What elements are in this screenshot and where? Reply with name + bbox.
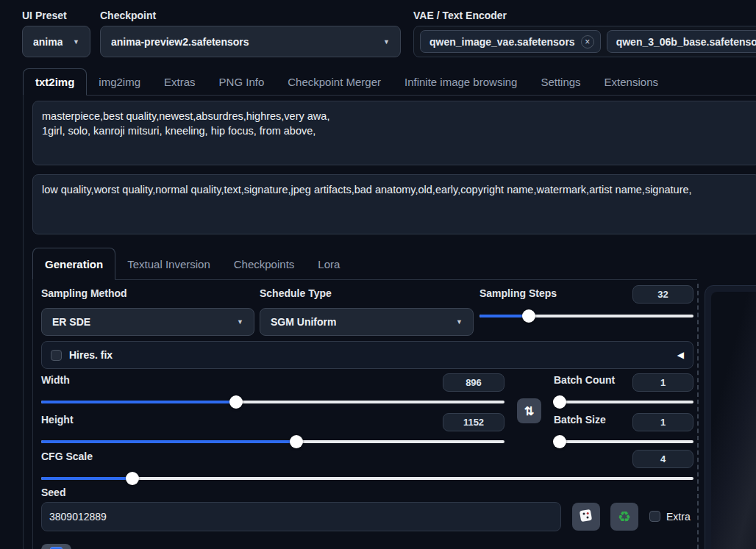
batch-count-input[interactable]: 1: [632, 373, 693, 392]
hires-fix-label: Hires. fix: [69, 349, 113, 361]
swap-dimensions-button[interactable]: ⇅: [517, 398, 541, 423]
sampling-steps-slider[interactable]: [479, 309, 693, 323]
negative-prompt-input[interactable]: low quality,worst quality,normal quality…: [32, 174, 756, 234]
tab-checkpoint-merger[interactable]: Checkpoint Merger: [276, 68, 393, 96]
seed-value: 3809012889: [49, 511, 107, 523]
tab-extras[interactable]: Extras: [152, 68, 207, 96]
schedule-type-value: SGM Uniform: [271, 316, 336, 328]
chevron-down-icon: ▼: [376, 38, 390, 46]
slider-fill: [41, 477, 132, 480]
sampling-steps-label: Sampling Steps: [479, 287, 557, 299]
height-label: Height: [41, 414, 74, 426]
prompt-input[interactable]: masterpiece,best quality,newest,absurdre…: [32, 101, 756, 165]
chevron-down-icon: ▼: [229, 318, 243, 326]
batch-size-input[interactable]: 1: [632, 413, 693, 431]
slider-handle[interactable]: [522, 309, 535, 323]
cfg-scale-label: CFG Scale: [41, 451, 93, 462]
tab-txt2img[interactable]: txt2img: [23, 68, 87, 96]
reuse-seed-button[interactable]: ♻: [610, 503, 638, 531]
batch-size-slider[interactable]: [554, 434, 693, 449]
tab-extensions[interactable]: Extensions: [593, 68, 670, 96]
vae-tag-label: qwen_image_vae.safetensors: [429, 36, 575, 48]
sampling-method-dropdown[interactable]: ER SDE ▼: [41, 308, 254, 336]
recycle-icon: ♻: [618, 509, 631, 524]
vae-label: VAE / Text Encoder: [413, 10, 507, 21]
chevron-down-icon: ▼: [65, 38, 79, 46]
ui-preset-label: UI Preset: [22, 10, 67, 21]
slider-track: [554, 401, 693, 403]
batch-size-label: Batch Size: [554, 414, 606, 426]
vae-tag-label: qwen_3_06b_base.safetensors: [616, 36, 756, 48]
width-input[interactable]: 896: [443, 373, 504, 392]
panel-border: [32, 280, 33, 549]
sampling-steps-input[interactable]: 32: [632, 285, 693, 304]
slider-handle[interactable]: [126, 472, 139, 485]
slider-fill: [479, 315, 529, 317]
vae-tag: qwen_image_vae.safetensors ×: [420, 30, 601, 53]
slider-handle[interactable]: [553, 395, 566, 409]
resize-handle[interactable]: [697, 284, 699, 549]
height-slider[interactable]: [41, 434, 504, 449]
slider-fill: [41, 401, 236, 403]
checkpoint-label: Checkpoint: [100, 10, 156, 21]
seed-label: Seed: [41, 487, 65, 498]
vae-multiselect[interactable]: qwen_image_vae.safetensors × qwen_3_06b_…: [413, 26, 756, 57]
panel-border: [23, 96, 24, 549]
sampling-method-label: Sampling Method: [41, 287, 127, 299]
image-preview-panel: [705, 285, 756, 549]
width-label: Width: [41, 374, 70, 386]
chevron-down-icon: ▼: [449, 318, 463, 326]
cfg-scale-slider[interactable]: [41, 471, 693, 486]
extra-seed-checkbox[interactable]: [649, 511, 660, 522]
main-tabbar: txt2img img2img Extras PNG Info Checkpoi…: [23, 68, 756, 96]
tab-checkpoints[interactable]: Checkpoints: [222, 248, 307, 280]
sd-webui-window: UI Preset anima ▼ Checkpoint anima-previ…: [0, 0, 756, 549]
height-input[interactable]: 1152: [443, 413, 504, 431]
swap-dimensions-icon: ⇅: [524, 404, 534, 418]
hires-fix-checkbox[interactable]: [51, 350, 62, 361]
batch-count-label: Batch Count: [554, 374, 615, 386]
slider-track: [554, 440, 693, 443]
tab-generation[interactable]: Generation: [32, 248, 115, 280]
tab-settings[interactable]: Settings: [529, 68, 592, 96]
sampling-method-value: ER SDE: [52, 316, 90, 328]
checkpoint-dropdown[interactable]: anima-preview2.safetensors ▼: [100, 26, 401, 57]
checkpoint-value: anima-preview2.safetensors: [111, 36, 249, 48]
extra-seed-label: Extra: [666, 511, 691, 523]
ui-preset-value: anima: [33, 36, 63, 48]
tab-png-info[interactable]: PNG Info: [207, 68, 277, 96]
dice-icon: [578, 507, 594, 526]
remove-tag-icon[interactable]: ×: [581, 35, 594, 49]
generation-tabbar: Generation Textual Inversion Checkpoints…: [32, 248, 697, 280]
schedule-type-label: Schedule Type: [260, 287, 332, 299]
batch-count-slider[interactable]: [554, 395, 693, 409]
seed-input[interactable]: 3809012889: [41, 502, 561, 531]
slider-handle[interactable]: [229, 395, 243, 409]
tab-img2img[interactable]: img2img: [87, 68, 152, 96]
slider-handle[interactable]: [553, 435, 566, 448]
width-slider[interactable]: [41, 395, 504, 409]
schedule-type-dropdown[interactable]: SGM Uniform ▼: [260, 308, 474, 336]
slider-fill: [41, 440, 296, 443]
collapse-left-icon[interactable]: ◀: [677, 350, 684, 360]
tab-textual-inversion[interactable]: Textual Inversion: [115, 248, 222, 280]
hires-fix-accordion[interactable]: Hires. fix ◀: [41, 341, 693, 369]
random-seed-button[interactable]: [572, 503, 600, 531]
slider-handle[interactable]: [290, 435, 303, 448]
generated-image-preview[interactable]: [711, 292, 756, 549]
tab-lora[interactable]: Lora: [306, 248, 352, 280]
cfg-scale-input[interactable]: 4: [632, 450, 693, 468]
ui-preset-dropdown[interactable]: anima ▼: [22, 26, 90, 57]
vae-tag: qwen_3_06b_base.safetensors ×: [607, 30, 756, 53]
partial-checkbox-element[interactable]: [41, 544, 71, 549]
tab-infinite-image-browsing[interactable]: Infinite image browsing: [393, 68, 529, 96]
